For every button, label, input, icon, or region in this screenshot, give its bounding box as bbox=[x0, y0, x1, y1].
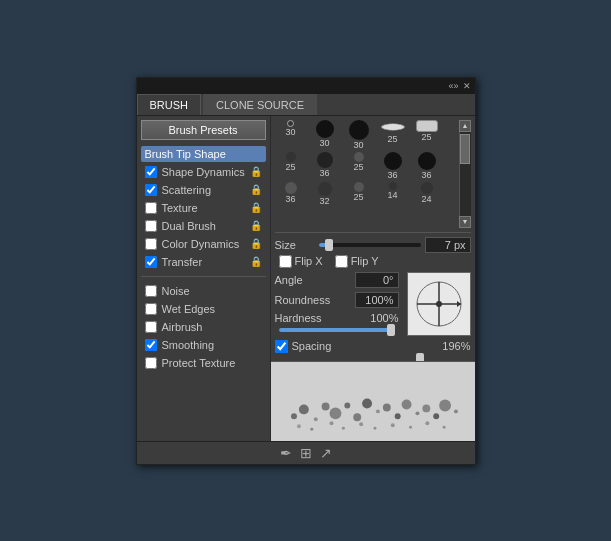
brush-angle-preview bbox=[407, 272, 471, 336]
noise-checkbox[interactable] bbox=[145, 285, 157, 297]
brush-swatch[interactable]: 25 bbox=[411, 120, 443, 150]
lock-icon: 🔒 bbox=[250, 184, 262, 195]
dual-brush-item[interactable]: Dual Brush 🔒 bbox=[141, 218, 266, 234]
wet-edges-item[interactable]: Wet Edges bbox=[141, 301, 266, 317]
grid-icon[interactable]: ⊞ bbox=[300, 445, 312, 461]
wet-edges-checkbox[interactable] bbox=[145, 303, 157, 315]
roundness-row: Roundness bbox=[275, 292, 399, 308]
svg-point-5 bbox=[291, 413, 297, 419]
scattering-checkbox[interactable] bbox=[145, 184, 157, 196]
left-panel: Brush Presets Brush Tip Shape Shape Dyna… bbox=[137, 116, 271, 441]
brush-swatch[interactable]: 36 bbox=[309, 152, 341, 180]
size-slider[interactable] bbox=[319, 243, 421, 247]
texture-item[interactable]: Texture 🔒 bbox=[141, 200, 266, 216]
roundness-input[interactable] bbox=[355, 292, 399, 308]
brush-swatch[interactable]: 30 bbox=[309, 120, 341, 150]
svg-point-15 bbox=[394, 413, 400, 419]
svg-point-16 bbox=[401, 399, 411, 409]
tab-clone-source[interactable]: CLONE SOURCE bbox=[203, 94, 317, 115]
svg-point-26 bbox=[359, 422, 363, 426]
protect-texture-checkbox[interactable] bbox=[145, 357, 157, 369]
shape-dynamics-checkbox[interactable] bbox=[145, 166, 157, 178]
brush-swatch[interactable]: 24 bbox=[411, 182, 443, 206]
smoothing-item[interactable]: Smoothing bbox=[141, 337, 266, 353]
spacing-checkbox[interactable] bbox=[275, 340, 288, 353]
right-panel: 30 30 30 25 bbox=[271, 116, 475, 441]
tab-brush[interactable]: BRUSH bbox=[137, 94, 202, 115]
scattering-item[interactable]: Scattering 🔒 bbox=[141, 182, 266, 198]
brush-presets-grid: 30 30 30 25 bbox=[275, 120, 459, 206]
brush-swatch[interactable]: 36 bbox=[377, 152, 409, 180]
airbrush-item[interactable]: Airbrush bbox=[141, 319, 266, 335]
angle-roundness-area: Angle Roundness Hardness 100% bbox=[275, 272, 471, 336]
brush-swatch[interactable]: 25 bbox=[275, 152, 307, 180]
flip-y-checkbox[interactable] bbox=[335, 255, 348, 268]
svg-point-10 bbox=[344, 402, 350, 408]
brush-swatch[interactable]: 30 bbox=[275, 120, 307, 150]
brush-swatch[interactable]: 30 bbox=[343, 120, 375, 150]
scroll-up-button[interactable]: ▲ bbox=[459, 120, 471, 132]
brush-swatch[interactable]: 25 bbox=[343, 152, 375, 180]
close-button[interactable]: ✕ bbox=[463, 81, 471, 91]
presets-section: 30 30 30 25 bbox=[275, 120, 471, 228]
flip-y-label[interactable]: Flip Y bbox=[335, 255, 379, 268]
svg-point-12 bbox=[362, 398, 372, 408]
svg-point-8 bbox=[321, 402, 329, 410]
brush-panel: «» ✕ BRUSH CLONE SOURCE Brush Presets Br… bbox=[136, 77, 476, 465]
presets-scrollbar[interactable]: ▲ ▼ bbox=[459, 120, 471, 228]
flip-x-checkbox[interactable] bbox=[279, 255, 292, 268]
svg-point-9 bbox=[329, 407, 341, 419]
hardness-slider[interactable] bbox=[279, 328, 395, 332]
brush-swatch[interactable]: 14 bbox=[377, 182, 409, 206]
svg-point-21 bbox=[453, 409, 457, 413]
hardness-row: Hardness 100% bbox=[275, 312, 399, 324]
svg-point-14 bbox=[382, 403, 390, 411]
eyedropper-icon[interactable]: ✒ bbox=[280, 445, 292, 461]
smoothing-checkbox[interactable] bbox=[145, 339, 157, 351]
flip-x-label[interactable]: Flip X bbox=[279, 255, 323, 268]
svg-point-27 bbox=[373, 426, 376, 429]
brush-swatch[interactable]: 32 bbox=[309, 182, 341, 206]
title-bar: «» ✕ bbox=[137, 78, 475, 94]
scroll-down-button[interactable]: ▼ bbox=[459, 216, 471, 228]
brush-swatch[interactable]: 36 bbox=[411, 152, 443, 180]
lock-icon: 🔒 bbox=[250, 238, 262, 249]
lock-icon: 🔒 bbox=[250, 220, 262, 231]
svg-point-13 bbox=[375, 409, 379, 413]
brush-swatch[interactable]: 25 bbox=[377, 120, 409, 150]
brush-tip-shape-item[interactable]: Brush Tip Shape bbox=[141, 146, 266, 162]
airbrush-checkbox[interactable] bbox=[145, 321, 157, 333]
size-row: Size 7 px bbox=[275, 237, 471, 253]
svg-point-29 bbox=[409, 425, 412, 428]
transfer-item[interactable]: Transfer 🔒 bbox=[141, 254, 266, 270]
tab-bar: BRUSH CLONE SOURCE bbox=[137, 94, 475, 116]
svg-point-23 bbox=[310, 427, 313, 430]
lock-icon: 🔒 bbox=[250, 166, 262, 177]
shape-dynamics-item[interactable]: Shape Dynamics 🔒 bbox=[141, 164, 266, 180]
brush-swatch[interactable]: 36 bbox=[275, 182, 307, 206]
brush-presets-button[interactable]: Brush Presets bbox=[141, 120, 266, 140]
texture-checkbox[interactable] bbox=[145, 202, 157, 214]
color-dynamics-item[interactable]: Color Dynamics 🔒 bbox=[141, 236, 266, 252]
collapse-button[interactable]: «» bbox=[448, 81, 458, 91]
svg-point-17 bbox=[415, 411, 419, 415]
dual-brush-checkbox[interactable] bbox=[145, 220, 157, 232]
brush-swatch[interactable]: 25 bbox=[343, 182, 375, 206]
arrow-icon[interactable]: ↗ bbox=[320, 445, 332, 461]
lock-icon: 🔒 bbox=[250, 202, 262, 213]
color-dynamics-checkbox[interactable] bbox=[145, 238, 157, 250]
svg-point-3 bbox=[436, 301, 442, 307]
spacing-label[interactable]: Spacing bbox=[275, 340, 332, 353]
scroll-thumb[interactable] bbox=[460, 134, 470, 164]
noise-item[interactable]: Noise bbox=[141, 283, 266, 299]
svg-point-28 bbox=[390, 423, 394, 427]
angle-input[interactable] bbox=[355, 272, 399, 288]
svg-point-25 bbox=[341, 426, 344, 429]
svg-point-18 bbox=[422, 404, 430, 412]
transfer-checkbox[interactable] bbox=[145, 256, 157, 268]
svg-point-24 bbox=[329, 421, 333, 425]
svg-point-7 bbox=[313, 417, 317, 421]
flip-row: Flip X Flip Y bbox=[275, 255, 471, 268]
spacing-row: Spacing 196% bbox=[275, 340, 471, 353]
protect-texture-item[interactable]: Protect Texture bbox=[141, 355, 266, 371]
